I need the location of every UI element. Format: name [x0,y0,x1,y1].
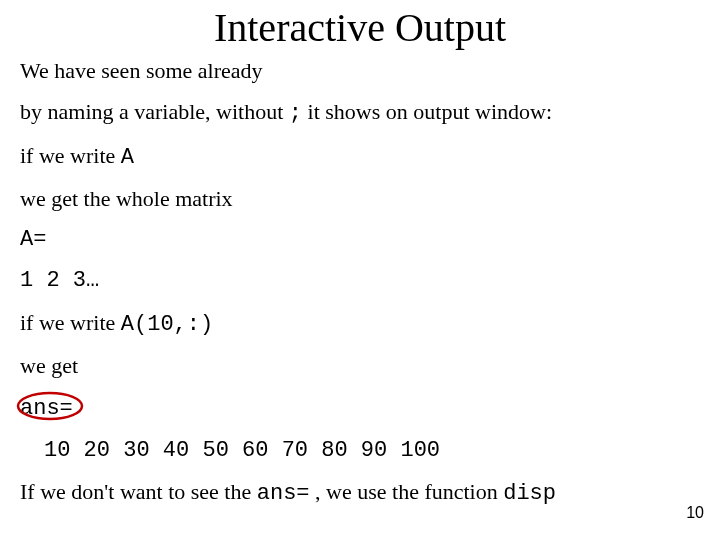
code-line: 1 2 3… [20,268,700,293]
text-line: If we don't want to see the ans= , we us… [20,479,700,506]
code-span: A [121,145,134,170]
text-line: we get the whole matrix [20,186,700,211]
circled-text: ans= [20,394,73,421]
text-span: it shows on output window: [302,99,552,124]
code-span: disp [503,481,556,506]
text-line: by naming a variable, without ; it shows… [20,99,700,126]
slide-body: We have seen some already by naming a va… [20,58,700,522]
code-line: A= [20,227,700,252]
text-line: if we write A(10,:) [20,310,700,337]
page-number: 10 [686,504,704,522]
code-span: ans= [257,481,310,506]
code-output-line: 10 20 30 40 50 60 70 80 90 100 [20,438,700,463]
text-span: , we use the function [310,479,504,504]
slide: Interactive Output We have seen some alr… [0,0,720,540]
text-span: if we write [20,143,121,168]
text-line: if we write A [20,143,700,170]
slide-title: Interactive Output [0,4,720,51]
text-span: if we write [20,310,121,335]
code-span: ; [289,101,302,126]
text-line: We have seen some already [20,58,700,83]
text-span: by naming a variable, without [20,99,289,124]
code-span: A(10,:) [121,312,213,337]
text-line: we get [20,353,700,378]
text-span: If we don't want to see the [20,479,257,504]
code-span: ans= [20,396,73,421]
highlighted-line: ans= [20,394,700,421]
